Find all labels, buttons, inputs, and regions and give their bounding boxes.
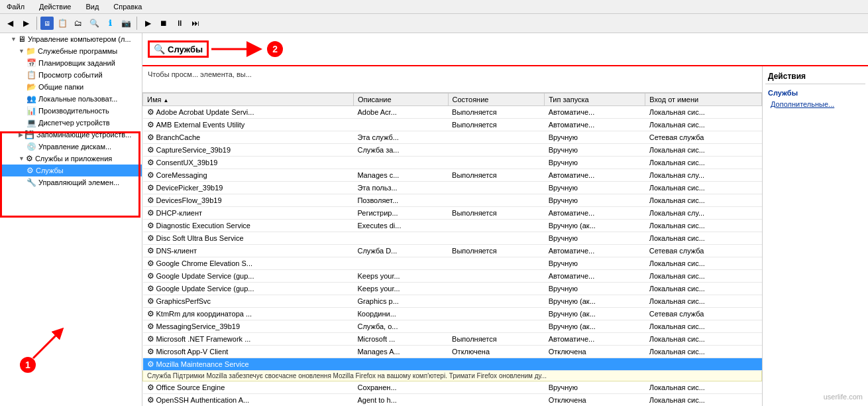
gear-icon: ⚙ — [147, 107, 154, 117]
tooltip-row: Служба Підтримки Mozilla забезпечує своє… — [143, 371, 762, 381]
restart-button[interactable]: ⏭ — [188, 16, 203, 31]
computer-icon: 🖥 — [18, 34, 26, 44]
sort-arrow-icon: ▲ — [164, 98, 169, 103]
table-row[interactable]: ⚙DevicePicker_39b19 Эта польз... Вручную… — [143, 182, 762, 194]
gear-icon: ⚙ — [147, 334, 154, 344]
gear-icon: ⚙ — [147, 158, 154, 167]
btn6[interactable]: 📷 — [119, 16, 133, 31]
tree-utilities[interactable]: ▼ 📁 Служебные программы — [0, 45, 142, 57]
play-button[interactable]: ▶ — [140, 16, 155, 31]
table-row[interactable]: ⚙Office Source Engine Сохранен... Вручну… — [143, 381, 762, 394]
menu-file[interactable]: Файл — [3, 1, 28, 12]
gear-icon: ⚙ — [147, 284, 154, 293]
tree-label: Управление дискам... — [38, 143, 111, 151]
menu-view[interactable]: Вид — [81, 1, 103, 12]
table-row[interactable]: ⚙CoreMessaging Manages c... Выполняется … — [143, 169, 762, 182]
btn5[interactable]: ℹ — [103, 16, 117, 31]
table-row[interactable]: ⚙Adobe Acrobat Update Servi... Adobe Acr… — [143, 106, 762, 119]
gear-icon: ⚙ — [147, 271, 154, 281]
gear-icon: ⚙ — [147, 395, 154, 405]
tree-label: Службы — [36, 167, 64, 174]
forward-button[interactable]: ▶ — [19, 16, 33, 31]
gear-icon: ⚙ — [147, 309, 154, 318]
table-row[interactable]: ⚙DHCP-клиент Регистрир... Выполняется Ав… — [143, 207, 762, 220]
pause-button[interactable]: ⏸ — [172, 16, 187, 31]
col-startup[interactable]: Тип запуска — [545, 94, 645, 106]
btn3[interactable]: 🗂 — [71, 16, 85, 31]
table-row[interactable]: ⚙Google Update Service (gup... Keeps you… — [143, 283, 762, 295]
tree-label: Управление компьютером (л... — [28, 35, 131, 43]
col-desc[interactable]: Описание — [353, 94, 448, 106]
services-table-container[interactable]: Имя ▲ Описание Состояние Тип запуска Вхо… — [142, 93, 762, 406]
expand-icon: ▼ — [19, 48, 25, 54]
col-logon[interactable]: Вход от имени — [645, 94, 762, 106]
tree-services-apps[interactable]: ▼ ⚙ Службы и приложения — [0, 153, 142, 165]
tree-label: Управляющий элемен... — [38, 178, 119, 186]
table-row[interactable]: ⚙Microsoft App-V Client Manages A... Отк… — [143, 346, 762, 358]
actions-title: Действия — [765, 69, 865, 84]
table-row[interactable]: ⚙DevicesFlow_39b19 Позволяет... Вручную … — [143, 194, 762, 207]
services-icon: ⚙ — [26, 154, 33, 163]
table-row[interactable]: ⚙Mozilla Maintenance Service — [143, 358, 762, 371]
tree-performance[interactable]: 📊 Производительность — [0, 105, 142, 117]
table-row[interactable]: ⚙ConsentUX_39b19 Вручную Локальная сис..… — [143, 157, 762, 169]
left-panel: ▼ 🖥 Управление компьютером (л... ▼ 📁 Слу… — [0, 33, 142, 406]
tree-wmi[interactable]: 🔧 Управляющий элемен... — [0, 176, 142, 188]
table-row[interactable]: ⚙Microsoft .NET Framework ... Microsoft … — [143, 333, 762, 346]
gear-icon: ⚙ — [147, 360, 154, 369]
tree-local-users[interactable]: 👥 Локальные пользоват... — [0, 93, 142, 105]
tree-scheduler[interactable]: 📅 Планировщик заданий — [0, 57, 142, 69]
annotation-2: 2 — [267, 41, 283, 57]
tree-label: Локальные пользоват... — [38, 95, 117, 103]
table-row[interactable]: ⚙GraphicsPerfSvc Graphics p... Вручную (… — [143, 295, 762, 308]
folder-icon: 📁 — [26, 46, 36, 56]
actions-section-services: Службы — [765, 87, 865, 99]
actions-more[interactable]: Дополнительные... — [765, 99, 865, 109]
gear-icon: ⚙ — [147, 133, 154, 142]
table-row[interactable]: ⚙Google Chrome Elevation S... Вручную Ло… — [143, 257, 762, 270]
btn2[interactable]: 📋 — [55, 16, 70, 31]
col-status[interactable]: Состояние — [448, 94, 545, 106]
table-row[interactable]: ⚙Diagnostic Execution Service Executes d… — [143, 220, 762, 232]
menu-help[interactable]: Справка — [109, 1, 146, 12]
services-table: Имя ▲ Описание Состояние Тип запуска Вхо… — [142, 93, 762, 406]
tree-services[interactable]: ⚙ Службы — [0, 165, 142, 176]
right-panel: 🔍 Службы 2 — [142, 33, 868, 406]
menubar: Файл Действие Вид Справка — [0, 0, 868, 14]
toolbar-separator-2 — [136, 17, 137, 30]
col-name[interactable]: Имя ▲ — [143, 94, 354, 106]
tree-label: Просмотр событий — [38, 71, 103, 79]
table-row[interactable]: ⚙Google Update Service (gup... Keeps you… — [143, 270, 762, 283]
services-header-box: 🔍 Службы — [148, 40, 209, 58]
back-button[interactable]: ◀ — [3, 16, 17, 31]
gear-icon: ⚙ — [147, 383, 154, 392]
tree-event-viewer[interactable]: 📋 Просмотр событий — [0, 69, 142, 81]
gear-icon: ⚙ — [147, 246, 154, 255]
table-row[interactable]: ⚙OpenSSH Authentication A... Agent to h.… — [143, 394, 762, 407]
gear-icon: ⚙ — [147, 297, 154, 306]
table-row[interactable]: ⚙KtmRm для координатора ... Координи... … — [143, 308, 762, 320]
table-row[interactable]: ⚙DNS-клиент Служба D... Выполняется Авто… — [143, 245, 762, 257]
tree-disk-mgmt[interactable]: 💿 Управление дискам... — [0, 141, 142, 153]
gear-icon: ⚙ — [147, 221, 154, 230]
disk-icon: 💿 — [27, 142, 36, 151]
tree-storage[interactable]: ▶ 💾 Запоминающие устройств... — [0, 129, 142, 141]
tree-device-manager[interactable]: 💻 Диспетчер устройств — [0, 117, 142, 129]
tree-shared-folders[interactable]: 📂 Общие папки — [0, 81, 142, 93]
computer-mgmt-icon[interactable]: 🖥 — [40, 17, 54, 30]
stop-button[interactable]: ⏹ — [156, 16, 171, 31]
log-icon: 📋 — [27, 70, 36, 80]
table-row[interactable]: ⚙MessagingService_39b19 Служба, о... Вру… — [143, 320, 762, 333]
tree-label: Службы и приложения — [35, 155, 112, 163]
table-row[interactable]: ⚙CaptureService_39b19 Служба за... Вручн… — [143, 144, 762, 157]
table-row[interactable]: ⚙BranchCache Эта служб... Вручную Сетева… — [143, 131, 762, 144]
tree-computer-mgmt[interactable]: ▼ 🖥 Управление компьютером (л... — [0, 33, 142, 45]
table-row[interactable]: ⚙Disc Soft Ultra Bus Service Вручную Лок… — [143, 232, 762, 245]
btn4[interactable]: 🔍 — [87, 16, 101, 31]
gear-icon: ⚙ — [147, 183, 154, 192]
menu-action[interactable]: Действие — [35, 1, 75, 12]
control-icon: 🔧 — [27, 178, 36, 187]
annotation-arrow-2 — [211, 36, 264, 62]
table-row[interactable]: ⚙AMB External Events Utility Выполняется… — [143, 119, 762, 131]
gear-icon: ⚙ — [27, 166, 34, 175]
